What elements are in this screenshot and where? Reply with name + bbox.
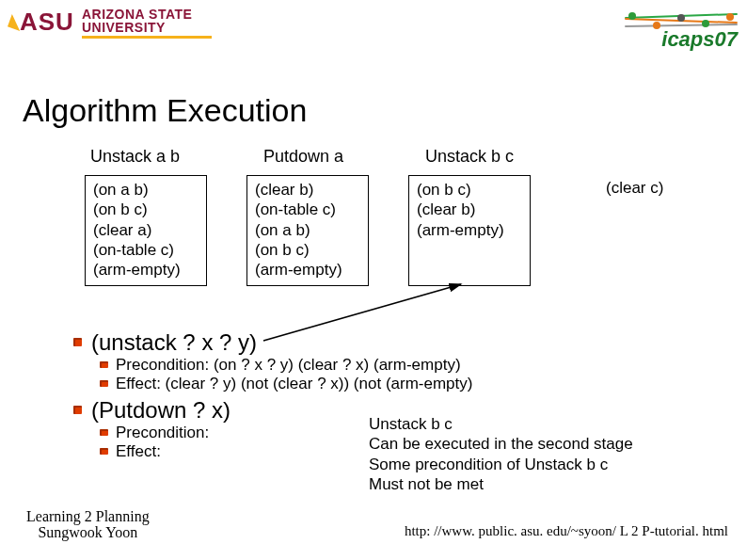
footer-line-1: Learning 2 Planning [26,508,150,525]
asu-underline [82,36,212,39]
asu-university-name: ARIZONA STATE UNIVERSITY [82,8,212,39]
state-box-3: (on b c) (clear b) (arm-empty) [408,175,531,286]
putdown-head: (Putdown ? x) [91,397,230,424]
putdown-pre-text: Precondition: [116,424,209,442]
footer-author: Learning 2 Planning Sungwook Yoon [26,508,150,541]
step-label-2: Putdown a [263,147,343,167]
side-notes: Unstack b c Can be executed in the secon… [369,414,633,494]
note-line-3: Some precondition of Unstack b c [369,455,633,474]
asu-logo: ASU ARIZONA STATE UNIVERSITY [9,8,212,39]
step-label-1: Unstack a b [90,147,180,167]
unstack-pre-text: Precondition: (on ? x ? y) (clear ? x) (… [116,356,461,375]
unstack-eff-text: Effect: (clear ? y) (not (clear ? x)) (n… [116,375,472,393]
bullet-icon [73,406,82,414]
slide-title: Algorithm Execution [23,92,307,129]
state-final: (clear c) [606,179,663,198]
step-label-3: Unstack b c [425,147,514,167]
footer-line-2: Sungwook Yoon [26,524,150,541]
state-box-2: (clear b) (on-table c) (on a b) (on b c)… [246,175,369,286]
icaps-logo: icaps07 [625,12,738,52]
asu-mark-icon: ASU [9,8,74,37]
unstack-operator: (unstack ? x ? y) [73,329,472,356]
bullet-icon [100,429,108,436]
unstack-effect: Effect: (clear ? y) (not (clear ? x)) (n… [100,375,472,393]
bullet-icon [100,448,108,455]
bullet-icon [73,338,82,346]
header: ASU ARIZONA STATE UNIVERSITY icaps07 [9,8,738,53]
unstack-precondition: Precondition: (on ? x ? y) (clear ? x) (… [100,356,472,375]
putdown-eff-text: Effect: [116,442,161,461]
icaps-text: icaps07 [625,27,738,52]
note-line-1: Unstack b c [369,414,633,434]
note-line-4: Must not be met [369,474,633,494]
swirl-icon [625,12,738,29]
state-box-1: (on a b) (on b c) (clear a) (on-table c)… [85,175,207,286]
note-line-2: Can be executed in the second stage [369,434,633,454]
bullet-icon [100,380,108,387]
asu-name-line1: ARIZONA STATE [82,8,212,21]
bullet-icon [100,361,108,368]
unstack-head: (unstack ? x ? y) [91,329,257,356]
footer-url: http: //www. public. asu. edu/~syoon/ L … [405,523,728,539]
asu-name-line2: UNIVERSITY [82,21,212,34]
asu-letters: ASU [20,8,74,37]
